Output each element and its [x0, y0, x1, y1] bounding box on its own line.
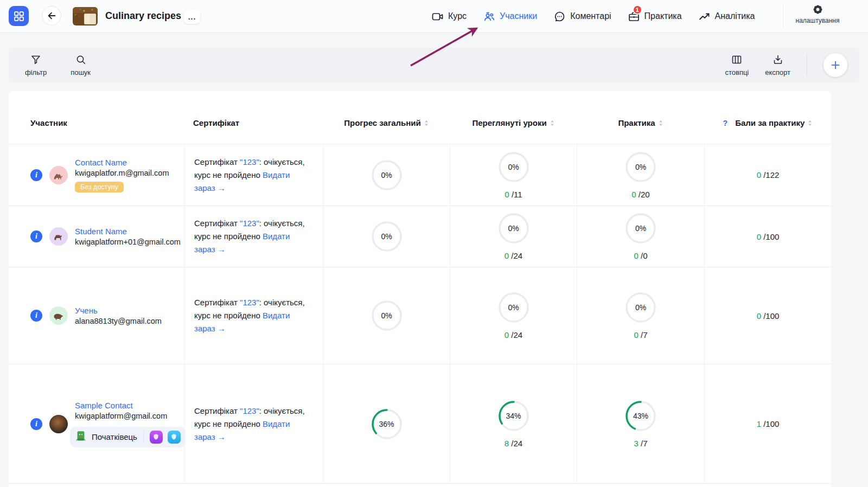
info-icon[interactable]: i: [30, 418, 42, 430]
lessons-progress-cell: 34% 8 /24: [450, 364, 577, 483]
overall-progress-cell: 0%: [323, 144, 450, 206]
participant-email: kwigaplatform@gmail.com: [75, 412, 167, 420]
column-header-progress[interactable]: Прогрес загальний: [323, 118, 450, 144]
settings-button[interactable]: налаштування: [788, 4, 847, 24]
back-button[interactable]: [42, 6, 61, 25]
columns-icon: [731, 54, 743, 66]
info-icon[interactable]: i: [30, 230, 42, 242]
certificate-number-link[interactable]: "123": [240, 157, 259, 166]
people-icon: [483, 10, 495, 23]
practice-points-cell: 0 /100: [704, 206, 831, 267]
participant-email: alana8813ty@gmail.com: [75, 317, 162, 325]
practice-progress-cell: 0% 0 /0: [577, 206, 704, 267]
help-icon[interactable]: ?: [723, 119, 728, 127]
add-participant-button[interactable]: [824, 53, 847, 77]
table-row: i Student Name kwigaplatform+01@gmail.co…: [9, 206, 831, 267]
progress-ring: 0%: [371, 221, 403, 252]
participant-name-link[interactable]: Contact Name: [75, 158, 127, 167]
participants-table: Участник Сертифікат Прогрес загальний Пе…: [9, 91, 831, 487]
blue-shield-badge: [168, 431, 181, 444]
participant-name-link[interactable]: Учень: [75, 306, 98, 315]
photo-avatar: [49, 415, 68, 433]
back-arrow-icon: [46, 10, 57, 21]
overall-progress-cell: 0%: [323, 267, 450, 364]
progress-ring: 0%: [625, 151, 656, 183]
no-access-badge: Без доступу: [75, 182, 124, 193]
page-title: Culinary recipes: [105, 10, 181, 22]
column-header-participant: Участник: [9, 118, 184, 144]
progress-ring: 0%: [371, 300, 403, 331]
plus-icon: [830, 60, 841, 71]
info-icon[interactable]: i: [30, 169, 42, 181]
progress-ring: 0%: [625, 213, 656, 244]
apps-grid-button[interactable]: [9, 6, 29, 26]
participant-email: kwigaplatform+01@gmail.com: [75, 238, 181, 246]
practice-progress-cell: 0% 0 /7: [577, 267, 704, 364]
sort-icon[interactable]: [424, 120, 429, 126]
column-header-practice[interactable]: Практика: [577, 118, 704, 144]
participant-name-link[interactable]: Student Name: [75, 227, 127, 236]
search-button[interactable]: пошук: [71, 54, 91, 76]
sort-icon[interactable]: [550, 120, 554, 126]
practice-progress-cell: 43% 3 /7: [577, 364, 704, 483]
practice-count-badge: 1: [633, 5, 642, 15]
comment-icon: [553, 10, 566, 23]
video-icon: [431, 10, 444, 23]
tab-comments[interactable]: Коментарі: [553, 10, 611, 23]
toolbar-divider: [807, 54, 807, 76]
columns-button[interactable]: стовпці: [725, 54, 749, 76]
filter-button[interactable]: фільтр: [25, 54, 47, 76]
lessons-progress-cell: 0% 0 /11: [450, 144, 577, 206]
search-icon: [75, 54, 87, 66]
progress-ring: 0%: [498, 292, 529, 323]
export-button[interactable]: експорт: [765, 54, 790, 76]
book-icon: [75, 430, 87, 444]
table-row: i Contact Name kwigaplatfor.m@gmail.com …: [9, 144, 831, 206]
progress-ring: 43%: [625, 400, 656, 432]
column-header-practice-points[interactable]: ? Бали за практику: [704, 118, 831, 144]
table-header-row: Участник Сертифікат Прогрес загальний Пе…: [9, 91, 831, 144]
table-toolbar: фільтр пошук стовпці експорт: [9, 48, 859, 82]
lessons-progress-cell: 0% 0 /24: [450, 206, 577, 267]
more-options-button[interactable]: ...: [184, 9, 200, 24]
column-header-certificate: Сертифікат: [184, 118, 323, 144]
boar-avatar: [49, 306, 68, 325]
progress-ring: 0%: [498, 213, 529, 244]
participant-email: kwigaplatfor.m@gmail.com: [75, 169, 169, 177]
progress-ring: 36%: [371, 408, 403, 440]
course-nav: Курс Учасники Коментарі 1: [431, 0, 755, 33]
progress-ring: 0%: [498, 151, 529, 183]
certificate-cell: Сертифікат "123": очікується, курс не пр…: [184, 206, 323, 267]
gear-icon: [812, 4, 824, 15]
level-label: Початківець: [92, 432, 137, 441]
certificate-number-link[interactable]: "123": [240, 219, 259, 228]
overall-progress-cell: 36%: [323, 364, 450, 483]
sort-icon[interactable]: [808, 120, 812, 126]
table-row: i Учень alana8813ty@gmail.com Сертифікат…: [9, 267, 831, 364]
sort-icon[interactable]: [659, 120, 663, 126]
certificate-number-link[interactable]: "123": [240, 298, 259, 307]
purple-shield-badge: [150, 431, 163, 444]
tab-course[interactable]: Курс: [431, 10, 467, 23]
lessons-progress-cell: 0% 0 /24: [450, 267, 577, 364]
overall-progress-cell: 0%: [323, 206, 450, 267]
column-header-lessons[interactable]: Переглянуті уроки: [450, 118, 577, 144]
tab-participants[interactable]: Учасники: [483, 10, 537, 23]
practice-progress-cell: 0% 0 /20: [577, 144, 704, 206]
certificate-cell: Сертифікат "123": очікується, курс не пр…: [184, 364, 323, 483]
practice-points-cell: 1 /100: [704, 364, 831, 483]
filter-icon: [30, 54, 42, 66]
participant-name-link[interactable]: Sample Contact: [75, 401, 133, 410]
course-thumbnail: [73, 7, 98, 25]
certificate-cell: Сертифікат "123": очікується, курс не пр…: [184, 144, 323, 206]
tab-analytics[interactable]: Аналітика: [698, 10, 755, 23]
tab-practice[interactable]: 1 Практика: [628, 10, 682, 23]
progress-ring: 34%: [498, 400, 529, 432]
certificate-number-link[interactable]: "123": [240, 406, 259, 415]
practice-points-cell: 0 /100: [704, 267, 831, 364]
dog-avatar: [49, 227, 68, 246]
grid-icon: [13, 10, 25, 22]
download-icon: [772, 54, 784, 66]
info-icon[interactable]: i: [30, 310, 42, 322]
certificate-cell: Сертифікат "123": очікується, курс не пр…: [184, 267, 323, 364]
